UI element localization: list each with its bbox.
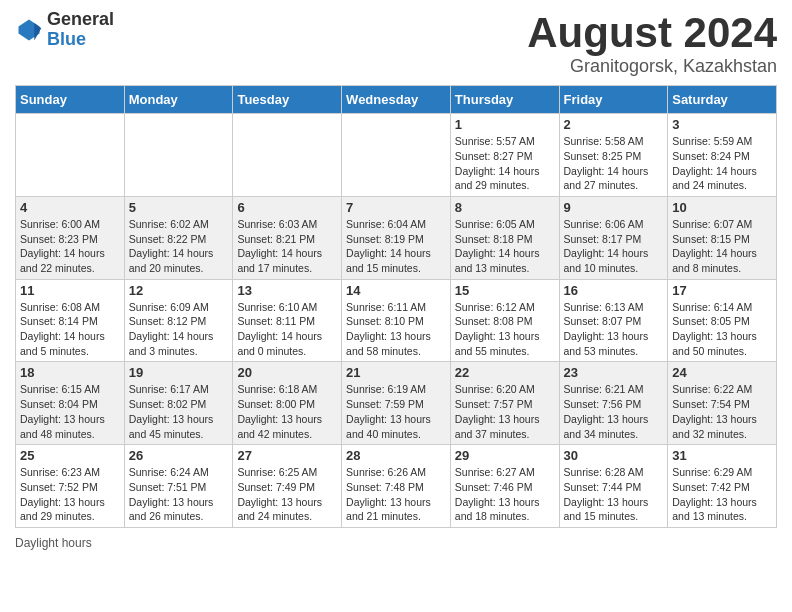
calendar-cell: 18Sunrise: 6:15 AMSunset: 8:04 PMDayligh… <box>16 362 125 445</box>
day-number: 2 <box>564 117 664 132</box>
day-info: Sunrise: 6:23 AMSunset: 7:52 PMDaylight:… <box>20 465 120 524</box>
calendar-week-2: 4Sunrise: 6:00 AMSunset: 8:23 PMDaylight… <box>16 196 777 279</box>
calendar-cell: 24Sunrise: 6:22 AMSunset: 7:54 PMDayligh… <box>668 362 777 445</box>
day-number: 4 <box>20 200 120 215</box>
day-number: 22 <box>455 365 555 380</box>
calendar-cell: 10Sunrise: 6:07 AMSunset: 8:15 PMDayligh… <box>668 196 777 279</box>
day-number: 16 <box>564 283 664 298</box>
calendar-header-row: SundayMondayTuesdayWednesdayThursdayFrid… <box>16 86 777 114</box>
day-header-monday: Monday <box>124 86 233 114</box>
day-number: 8 <box>455 200 555 215</box>
day-number: 7 <box>346 200 446 215</box>
calendar-cell: 8Sunrise: 6:05 AMSunset: 8:18 PMDaylight… <box>450 196 559 279</box>
day-info: Sunrise: 6:13 AMSunset: 8:07 PMDaylight:… <box>564 300 664 359</box>
day-info: Sunrise: 5:58 AMSunset: 8:25 PMDaylight:… <box>564 134 664 193</box>
day-info: Sunrise: 6:12 AMSunset: 8:08 PMDaylight:… <box>455 300 555 359</box>
day-number: 30 <box>564 448 664 463</box>
day-header-saturday: Saturday <box>668 86 777 114</box>
calendar-cell <box>16 114 125 197</box>
day-info: Sunrise: 6:04 AMSunset: 8:19 PMDaylight:… <box>346 217 446 276</box>
calendar-cell: 27Sunrise: 6:25 AMSunset: 7:49 PMDayligh… <box>233 445 342 528</box>
day-number: 29 <box>455 448 555 463</box>
calendar-cell: 7Sunrise: 6:04 AMSunset: 8:19 PMDaylight… <box>342 196 451 279</box>
day-info: Sunrise: 6:06 AMSunset: 8:17 PMDaylight:… <box>564 217 664 276</box>
calendar-cell: 11Sunrise: 6:08 AMSunset: 8:14 PMDayligh… <box>16 279 125 362</box>
logo-blue: Blue <box>47 29 86 49</box>
day-number: 15 <box>455 283 555 298</box>
day-header-sunday: Sunday <box>16 86 125 114</box>
day-info: Sunrise: 6:27 AMSunset: 7:46 PMDaylight:… <box>455 465 555 524</box>
day-info: Sunrise: 6:26 AMSunset: 7:48 PMDaylight:… <box>346 465 446 524</box>
calendar-cell: 15Sunrise: 6:12 AMSunset: 8:08 PMDayligh… <box>450 279 559 362</box>
calendar-week-3: 11Sunrise: 6:08 AMSunset: 8:14 PMDayligh… <box>16 279 777 362</box>
day-number: 26 <box>129 448 229 463</box>
day-info: Sunrise: 6:20 AMSunset: 7:57 PMDaylight:… <box>455 382 555 441</box>
day-info: Sunrise: 6:24 AMSunset: 7:51 PMDaylight:… <box>129 465 229 524</box>
logo: General Blue <box>15 10 114 50</box>
calendar-cell: 13Sunrise: 6:10 AMSunset: 8:11 PMDayligh… <box>233 279 342 362</box>
calendar-cell <box>233 114 342 197</box>
day-info: Sunrise: 6:18 AMSunset: 8:00 PMDaylight:… <box>237 382 337 441</box>
header: General Blue August 2024 Granitogorsk, K… <box>15 10 777 77</box>
calendar-cell: 3Sunrise: 5:59 AMSunset: 8:24 PMDaylight… <box>668 114 777 197</box>
calendar-week-5: 25Sunrise: 6:23 AMSunset: 7:52 PMDayligh… <box>16 445 777 528</box>
day-info: Sunrise: 6:29 AMSunset: 7:42 PMDaylight:… <box>672 465 772 524</box>
day-number: 27 <box>237 448 337 463</box>
day-number: 3 <box>672 117 772 132</box>
day-number: 14 <box>346 283 446 298</box>
day-number: 24 <box>672 365 772 380</box>
day-info: Sunrise: 6:14 AMSunset: 8:05 PMDaylight:… <box>672 300 772 359</box>
day-number: 20 <box>237 365 337 380</box>
logo-general: General <box>47 9 114 29</box>
day-info: Sunrise: 6:09 AMSunset: 8:12 PMDaylight:… <box>129 300 229 359</box>
day-number: 10 <box>672 200 772 215</box>
day-info: Sunrise: 6:07 AMSunset: 8:15 PMDaylight:… <box>672 217 772 276</box>
day-info: Sunrise: 6:19 AMSunset: 7:59 PMDaylight:… <box>346 382 446 441</box>
calendar-cell: 14Sunrise: 6:11 AMSunset: 8:10 PMDayligh… <box>342 279 451 362</box>
day-number: 11 <box>20 283 120 298</box>
calendar-cell: 4Sunrise: 6:00 AMSunset: 8:23 PMDaylight… <box>16 196 125 279</box>
calendar-cell: 22Sunrise: 6:20 AMSunset: 7:57 PMDayligh… <box>450 362 559 445</box>
day-number: 5 <box>129 200 229 215</box>
day-info: Sunrise: 5:59 AMSunset: 8:24 PMDaylight:… <box>672 134 772 193</box>
calendar-cell: 28Sunrise: 6:26 AMSunset: 7:48 PMDayligh… <box>342 445 451 528</box>
svg-marker-1 <box>34 23 41 41</box>
day-info: Sunrise: 6:02 AMSunset: 8:22 PMDaylight:… <box>129 217 229 276</box>
day-number: 21 <box>346 365 446 380</box>
day-info: Sunrise: 5:57 AMSunset: 8:27 PMDaylight:… <box>455 134 555 193</box>
day-info: Sunrise: 6:05 AMSunset: 8:18 PMDaylight:… <box>455 217 555 276</box>
day-number: 6 <box>237 200 337 215</box>
calendar: SundayMondayTuesdayWednesdayThursdayFrid… <box>15 85 777 528</box>
calendar-cell: 9Sunrise: 6:06 AMSunset: 8:17 PMDaylight… <box>559 196 668 279</box>
calendar-cell: 26Sunrise: 6:24 AMSunset: 7:51 PMDayligh… <box>124 445 233 528</box>
calendar-cell <box>124 114 233 197</box>
calendar-cell: 20Sunrise: 6:18 AMSunset: 8:00 PMDayligh… <box>233 362 342 445</box>
calendar-cell: 31Sunrise: 6:29 AMSunset: 7:42 PMDayligh… <box>668 445 777 528</box>
calendar-cell: 25Sunrise: 6:23 AMSunset: 7:52 PMDayligh… <box>16 445 125 528</box>
day-number: 1 <box>455 117 555 132</box>
day-header-friday: Friday <box>559 86 668 114</box>
day-info: Sunrise: 6:11 AMSunset: 8:10 PMDaylight:… <box>346 300 446 359</box>
day-number: 18 <box>20 365 120 380</box>
day-number: 17 <box>672 283 772 298</box>
day-number: 19 <box>129 365 229 380</box>
calendar-cell <box>342 114 451 197</box>
calendar-cell: 2Sunrise: 5:58 AMSunset: 8:25 PMDaylight… <box>559 114 668 197</box>
daylight-hours-label: Daylight hours <box>15 536 92 550</box>
day-header-wednesday: Wednesday <box>342 86 451 114</box>
calendar-cell: 23Sunrise: 6:21 AMSunset: 7:56 PMDayligh… <box>559 362 668 445</box>
day-info: Sunrise: 6:10 AMSunset: 8:11 PMDaylight:… <box>237 300 337 359</box>
day-info: Sunrise: 6:25 AMSunset: 7:49 PMDaylight:… <box>237 465 337 524</box>
sub-title: Granitogorsk, Kazakhstan <box>527 56 777 77</box>
calendar-week-1: 1Sunrise: 5:57 AMSunset: 8:27 PMDaylight… <box>16 114 777 197</box>
calendar-cell: 21Sunrise: 6:19 AMSunset: 7:59 PMDayligh… <box>342 362 451 445</box>
footer-note: Daylight hours <box>15 536 777 550</box>
day-info: Sunrise: 6:03 AMSunset: 8:21 PMDaylight:… <box>237 217 337 276</box>
day-header-thursday: Thursday <box>450 86 559 114</box>
day-number: 13 <box>237 283 337 298</box>
calendar-cell: 12Sunrise: 6:09 AMSunset: 8:12 PMDayligh… <box>124 279 233 362</box>
main-title: August 2024 <box>527 10 777 56</box>
day-info: Sunrise: 6:22 AMSunset: 7:54 PMDaylight:… <box>672 382 772 441</box>
day-info: Sunrise: 6:21 AMSunset: 7:56 PMDaylight:… <box>564 382 664 441</box>
calendar-cell: 19Sunrise: 6:17 AMSunset: 8:02 PMDayligh… <box>124 362 233 445</box>
